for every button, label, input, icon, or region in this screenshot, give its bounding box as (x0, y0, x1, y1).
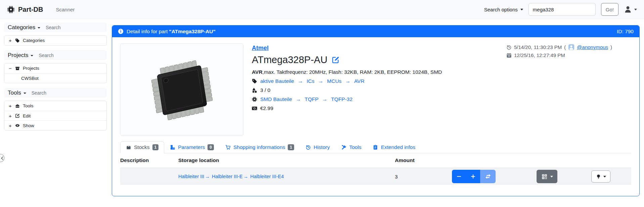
chevron-down-icon (634, 9, 637, 10)
tag-icon (15, 38, 20, 43)
app-brand[interactable]: Part-DB (7, 6, 43, 13)
sidebar-section-categories-header: Categories (4, 22, 107, 32)
chip-photo (132, 53, 232, 126)
storage-location-link[interactable]: Halbleiter III-E (212, 174, 243, 179)
modified-datetime: 5/14/20, 11:30:23 PM (514, 44, 562, 50)
tab-label: Stocks (134, 144, 150, 150)
tree-item-edit[interactable]: + Edit (4, 111, 106, 120)
tools-dropdown[interactable]: Tools (8, 90, 26, 96)
tab-badge: 1 (152, 144, 159, 150)
modified-user-link[interactable]: @anonymous (577, 44, 608, 50)
tab-tools[interactable]: Tools (335, 141, 367, 153)
category-link[interactable]: aktive Bauteile (260, 78, 294, 84)
user-menu-dropdown[interactable] (624, 5, 637, 13)
tab-label: Extended infos (381, 144, 415, 150)
increase-stock-button[interactable] (466, 170, 480, 183)
tree-item-label: Edit (23, 113, 31, 118)
minus-icon (457, 174, 461, 179)
sidebar-section-projects-header: Projects (4, 50, 107, 60)
price-line: €2.99 (252, 105, 506, 111)
stock-table-row: Halbleiter III Halbleiter III-E Halbleit… (120, 168, 631, 185)
lightbulb-icon (596, 174, 601, 179)
part-tabs: Stocks 1 Parameters 0 Shopping informati… (120, 141, 631, 153)
projects-dropdown[interactable]: Projects (8, 52, 33, 59)
chevron-down-icon (24, 93, 26, 94)
global-search-input[interactable] (528, 3, 596, 16)
nav-link-scanner[interactable]: Scanner (56, 7, 75, 12)
tools-search-input[interactable] (32, 90, 75, 96)
manufacturer-link[interactable]: Atmel (252, 45, 269, 51)
led-locate-dropdown-button[interactable] (591, 170, 610, 183)
column-header-description: Description (120, 157, 178, 163)
part-name-title: ATmega328P-AU (252, 54, 327, 65)
column-header-storage-location: Storage location (178, 157, 395, 163)
arrow-right-icon (298, 78, 303, 84)
search-options-dropdown[interactable]: Search options (484, 7, 523, 12)
qrcode-icon (541, 173, 548, 180)
search-go-button[interactable]: Go! (601, 3, 618, 16)
part-image[interactable] (120, 43, 243, 136)
category-link[interactable]: MCUs (327, 78, 341, 84)
price-value: €2.99 (260, 105, 273, 111)
tab-badge: 0 (208, 144, 214, 150)
tree-item-show[interactable]: + Show (4, 120, 106, 130)
stock-adjust-button-group (452, 170, 496, 183)
stock-amount-line: 3 / 0 (252, 87, 506, 93)
storage-location-link[interactable]: Halbleiter III (178, 174, 204, 179)
categories-search-input[interactable] (46, 25, 89, 30)
description-rest: ,max. Taktfrequenz: 20MHz, Flash: 32KB, … (263, 69, 442, 75)
info-circle-icon (118, 29, 124, 34)
tree-item-tools[interactable]: + Tools (4, 101, 106, 111)
sidebar-section-tools-header: Tools (4, 88, 107, 98)
tab-parameters[interactable]: Parameters 0 (164, 141, 220, 153)
part-id-badge: ID: 790 (617, 29, 634, 35)
expand-icon[interactable]: + (8, 113, 12, 119)
eye-icon (15, 123, 20, 128)
sidebar: Categories + Categories Projects − Proje… (4, 22, 107, 135)
tree-item-projects[interactable]: − Projects (4, 63, 106, 73)
collapse-icon[interactable]: − (8, 65, 12, 71)
categories-dropdown[interactable]: Categories (8, 24, 40, 31)
tab-stocks[interactable]: Stocks 1 (120, 141, 164, 153)
category-breadcrumb: aktive Bauteile ICs MCUs AVR (252, 78, 506, 84)
screwdriver-wrench-icon (341, 145, 347, 150)
tree-item-cwsbot[interactable]: CWSBot (4, 73, 106, 83)
search-options-label: Search options (484, 7, 518, 12)
part-meta: 5/14/20, 11:30:23 PM ( @anonymous) 12/25… (506, 43, 631, 136)
tab-shopping-informations[interactable]: Shopping informations 1 (220, 141, 300, 153)
sidebar-collapse-toggle[interactable] (0, 154, 4, 162)
edit-part-icon[interactable] (332, 56, 339, 64)
arrow-right-icon (322, 96, 328, 102)
box-icon (126, 145, 131, 150)
expand-icon[interactable]: + (8, 38, 12, 43)
tab-label: History (314, 144, 330, 150)
decrease-stock-button[interactable] (452, 170, 466, 183)
storage-location-link[interactable]: Halbleiter III-E4 (250, 174, 284, 179)
move-stock-button[interactable] (480, 170, 496, 183)
expand-icon[interactable]: + (8, 103, 12, 109)
tab-history[interactable]: History (300, 141, 335, 153)
category-link[interactable]: AVR (354, 78, 365, 84)
label-qrcode-dropdown-button[interactable] (537, 170, 557, 183)
paren-open: ( (564, 44, 566, 50)
chevron-left-icon (1, 156, 3, 160)
money-bill-icon (252, 106, 257, 111)
tree-item-categories[interactable]: + Categories (4, 36, 106, 45)
arrow-right-icon (296, 96, 301, 102)
chevron-down-icon (550, 176, 553, 177)
footprint-breadcrumb: SMD Bauteile TQFP TQFP-32 (252, 96, 506, 102)
tab-extended-infos[interactable]: Extended infos (367, 141, 421, 153)
categories-tree: + Categories (4, 35, 107, 46)
projects-search-input[interactable] (39, 53, 82, 58)
footprint-link[interactable]: TQFP-32 (331, 96, 353, 102)
tools-tree: + Tools + Edit + Show (4, 101, 107, 131)
expand-icon[interactable]: + (8, 123, 12, 128)
ruler-icon (170, 145, 175, 150)
footprint-link[interactable]: TQFP (305, 96, 318, 102)
category-link[interactable]: ICs (307, 78, 314, 84)
tree-item-label: CWSBot (21, 76, 39, 81)
arrow-right-icon (345, 78, 351, 84)
amount-summary: 3 / 0 (260, 87, 270, 93)
clipboard-icon (373, 145, 378, 150)
footprint-link[interactable]: SMD Bauteile (260, 96, 292, 102)
